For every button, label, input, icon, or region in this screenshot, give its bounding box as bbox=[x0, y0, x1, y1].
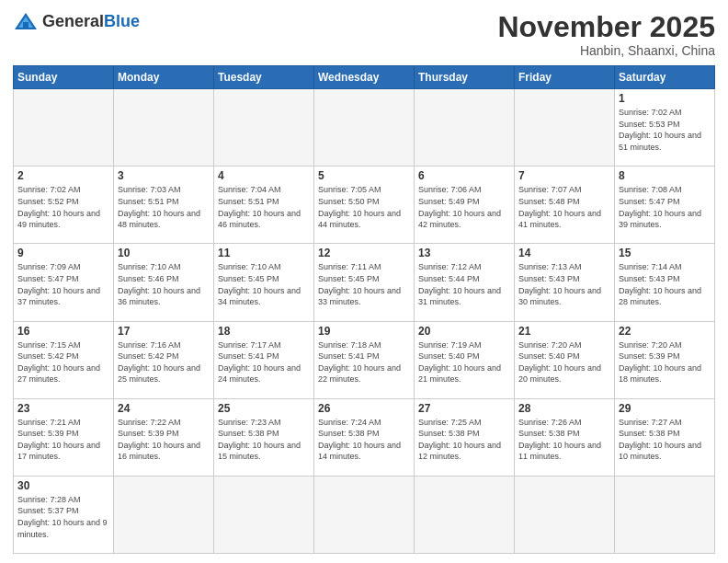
header-tuesday: Tuesday bbox=[214, 66, 314, 89]
day-info-1: Sunrise: 7:02 AM Sunset: 5:53 PM Dayligh… bbox=[619, 107, 711, 153]
day-9: 9 Sunrise: 7:09 AMSunset: 5:47 PMDayligh… bbox=[14, 244, 114, 321]
day-21: 21 Sunrise: 7:20 AMSunset: 5:40 PMDaylig… bbox=[515, 321, 615, 398]
week-row-6: 30 Sunrise: 7:28 AMSunset: 5:37 PMDaylig… bbox=[14, 476, 715, 553]
week-row-2: 2 Sunrise: 7:02 AMSunset: 5:52 PMDayligh… bbox=[14, 167, 715, 244]
day-12: 12 Sunrise: 7:11 AMSunset: 5:45 PMDaylig… bbox=[314, 244, 415, 321]
logo-area: GeneralBlue bbox=[13, 11, 140, 31]
week-row-3: 9 Sunrise: 7:09 AMSunset: 5:47 PMDayligh… bbox=[14, 244, 715, 321]
day-empty bbox=[114, 476, 214, 553]
day-17: 17 Sunrise: 7:16 AMSunset: 5:42 PMDaylig… bbox=[114, 321, 214, 398]
day-13: 13 Sunrise: 7:12 AMSunset: 5:44 PMDaylig… bbox=[415, 244, 515, 321]
day-1: 1 Sunrise: 7:02 AM Sunset: 5:53 PM Dayli… bbox=[615, 89, 715, 167]
day-5: 5 Sunrise: 7:05 AMSunset: 5:50 PMDayligh… bbox=[314, 167, 415, 244]
day-30: 30 Sunrise: 7:28 AMSunset: 5:37 PMDaylig… bbox=[14, 476, 114, 553]
day-3: 3 Sunrise: 7:03 AMSunset: 5:51 PMDayligh… bbox=[114, 167, 214, 244]
day-20: 20 Sunrise: 7:19 AMSunset: 5:40 PMDaylig… bbox=[415, 321, 515, 398]
day-number-1: 1 bbox=[619, 92, 711, 105]
day-empty bbox=[214, 476, 314, 553]
day-10: 10 Sunrise: 7:10 AMSunset: 5:46 PMDaylig… bbox=[114, 244, 214, 321]
calendar-table: Sunday Monday Tuesday Wednesday Thursday… bbox=[13, 65, 715, 554]
week-row-1: 1 Sunrise: 7:02 AM Sunset: 5:53 PM Dayli… bbox=[14, 89, 715, 167]
day-8: 8 Sunrise: 7:08 AMSunset: 5:47 PMDayligh… bbox=[615, 167, 715, 244]
day-7: 7 Sunrise: 7:07 AMSunset: 5:48 PMDayligh… bbox=[515, 167, 615, 244]
header-sunday: Sunday bbox=[14, 66, 114, 89]
week-row-4: 16 Sunrise: 7:15 AMSunset: 5:42 PMDaylig… bbox=[14, 321, 715, 398]
sunrise-1: Sunrise: 7:02 AM bbox=[619, 108, 682, 117]
svg-rect-2 bbox=[23, 22, 28, 29]
day-25: 25 Sunrise: 7:23 AMSunset: 5:38 PMDaylig… bbox=[214, 398, 314, 476]
day-14: 14 Sunrise: 7:13 AMSunset: 5:43 PMDaylig… bbox=[515, 244, 615, 321]
day-empty bbox=[314, 476, 415, 553]
day-16: 16 Sunrise: 7:15 AMSunset: 5:42 PMDaylig… bbox=[14, 321, 114, 398]
day-23: 23 Sunrise: 7:21 AMSunset: 5:39 PMDaylig… bbox=[14, 398, 114, 476]
day-empty bbox=[615, 476, 715, 553]
month-title: November 2025 bbox=[497, 11, 715, 43]
day-27: 27 Sunrise: 7:25 AMSunset: 5:38 PMDaylig… bbox=[415, 398, 515, 476]
logo: GeneralBlue bbox=[13, 11, 140, 31]
header-thursday: Thursday bbox=[415, 66, 515, 89]
location: Hanbin, Shaanxi, China bbox=[497, 43, 715, 58]
daylight-1: Daylight: 10 hours and 51 minutes. bbox=[619, 131, 701, 152]
day-empty bbox=[515, 89, 615, 167]
day-empty bbox=[415, 476, 515, 553]
header-wednesday: Wednesday bbox=[314, 66, 415, 89]
header-friday: Friday bbox=[515, 66, 615, 89]
title-area: November 2025 Hanbin, Shaanxi, China bbox=[497, 11, 715, 58]
logo-blue: Blue bbox=[104, 12, 140, 30]
weekday-header-row: Sunday Monday Tuesday Wednesday Thursday… bbox=[14, 66, 715, 89]
day-4: 4 Sunrise: 7:04 AMSunset: 5:51 PMDayligh… bbox=[214, 167, 314, 244]
day-empty bbox=[214, 89, 314, 167]
logo-general: General bbox=[42, 12, 104, 30]
day-26: 26 Sunrise: 7:24 AMSunset: 5:38 PMDaylig… bbox=[314, 398, 415, 476]
day-24: 24 Sunrise: 7:22 AMSunset: 5:39 PMDaylig… bbox=[114, 398, 214, 476]
day-empty bbox=[314, 89, 415, 167]
logo-icon bbox=[13, 11, 39, 31]
header: GeneralBlue November 2025 Hanbin, Shaanx… bbox=[13, 11, 715, 58]
day-11: 11 Sunrise: 7:10 AMSunset: 5:45 PMDaylig… bbox=[214, 244, 314, 321]
logo-text: GeneralBlue bbox=[42, 12, 140, 31]
day-18: 18 Sunrise: 7:17 AMSunset: 5:41 PMDaylig… bbox=[214, 321, 314, 398]
day-15: 15 Sunrise: 7:14 AMSunset: 5:43 PMDaylig… bbox=[615, 244, 715, 321]
week-row-5: 23 Sunrise: 7:21 AMSunset: 5:39 PMDaylig… bbox=[14, 398, 715, 476]
calendar-page: GeneralBlue November 2025 Hanbin, Shaanx… bbox=[0, 0, 728, 563]
day-28: 28 Sunrise: 7:26 AMSunset: 5:38 PMDaylig… bbox=[515, 398, 615, 476]
day-29: 29 Sunrise: 7:27 AMSunset: 5:38 PMDaylig… bbox=[615, 398, 715, 476]
day-empty bbox=[515, 476, 615, 553]
day-22: 22 Sunrise: 7:20 AMSunset: 5:39 PMDaylig… bbox=[615, 321, 715, 398]
day-empty bbox=[114, 89, 214, 167]
header-saturday: Saturday bbox=[615, 66, 715, 89]
day-empty bbox=[14, 89, 114, 167]
sunset-1: Sunset: 5:53 PM bbox=[619, 120, 680, 129]
header-monday: Monday bbox=[114, 66, 214, 89]
day-6: 6 Sunrise: 7:06 AMSunset: 5:49 PMDayligh… bbox=[415, 167, 515, 244]
day-2: 2 Sunrise: 7:02 AMSunset: 5:52 PMDayligh… bbox=[14, 167, 114, 244]
day-empty bbox=[415, 89, 515, 167]
day-19: 19 Sunrise: 7:18 AMSunset: 5:41 PMDaylig… bbox=[314, 321, 415, 398]
